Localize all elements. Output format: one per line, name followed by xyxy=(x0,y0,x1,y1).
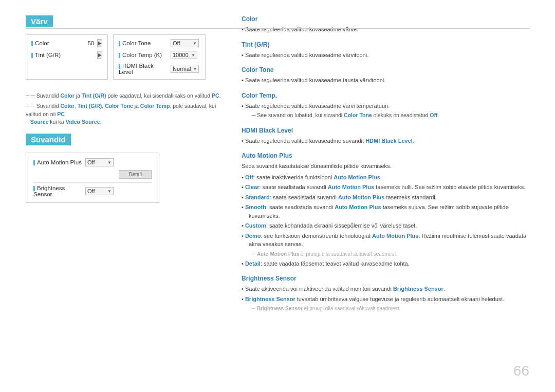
brightness-body: Saate aktiveerida või inaktiveerida vali… xyxy=(242,285,529,312)
brightness-sensor-select[interactable]: Off ▼ xyxy=(85,187,114,195)
content-area: Värv Color 50 ▶ Tint (G/R) ▶ xyxy=(26,15,529,377)
amp-title: Auto Motion Plus xyxy=(242,152,529,159)
color-tone-row: Color Tone Off ▼ xyxy=(119,39,200,47)
brightness-sensor-label: Brightness Sensor xyxy=(33,185,82,197)
color-tone-label: Color Tone xyxy=(119,40,168,46)
color-title: Color xyxy=(242,15,529,23)
hdmi-section: HDMI Black Level Saate reguleerida valit… xyxy=(242,127,529,145)
color-body: Saate reguleerida valitud kuvaseadme vär… xyxy=(242,25,529,34)
color-tone-select[interactable]: Off ▼ xyxy=(171,39,199,47)
hdmi-black-row: HDMI Black Level Normal ▼ xyxy=(119,63,200,75)
suvandid-box: Auto Motion Plus Off ▼ Detail Brightness… xyxy=(26,153,159,203)
color-section: Color Saate reguleerida valitud kuvasead… xyxy=(242,15,529,34)
hdmi-title: HDMI Black Level xyxy=(242,127,529,134)
color-tone-section: Color Tone Saate reguleerida valitud kuv… xyxy=(242,66,529,85)
color-row: Color 50 ▶ xyxy=(31,39,102,47)
color-temp-bullet: Saate reguleerida valitud kuvaseadme vär… xyxy=(242,102,529,110)
hdmi-black-label: HDMI Black Level xyxy=(119,63,168,75)
tint-bullet: Saate reguleerida valitud kuvaseadme vär… xyxy=(242,51,529,60)
hdmi-black-value: Normal xyxy=(173,66,191,72)
amp-select[interactable]: Off ▼ xyxy=(85,158,114,166)
brightness-section: Brightness Sensor Saate aktiveerida või … xyxy=(242,275,529,312)
color-arrow[interactable]: ▶ xyxy=(97,39,102,47)
tint-label: Tint (G/R) xyxy=(31,52,80,58)
detail-row: Detail xyxy=(33,170,152,179)
color-temp-select[interactable]: 10000 ▼ xyxy=(171,51,197,59)
right-panel: Color Saate reguleerida valitud kuvasead… xyxy=(242,15,529,377)
color-temp-caret: ▼ xyxy=(191,53,195,58)
amp-bullet-clear: Clear: saate seadistada suvandi Auto Mot… xyxy=(242,183,529,192)
color-value: 50 xyxy=(83,40,94,46)
brightness-title: Brightness Sensor xyxy=(242,275,529,282)
amp-bullet-custom: Custom: saate kohandada ekraani sissepõl… xyxy=(242,221,529,230)
brightness-bullet-1: Saate aktiveerida või inaktiveerida vali… xyxy=(242,285,529,293)
color-temp-note: See suvand on lubatud, kui suvandi Color… xyxy=(242,111,529,120)
color-temp-body: Saate reguleerida valitud kuvaseadme vär… xyxy=(242,102,529,110)
suvandid-section: Suvandid Auto Motion Plus Off ▼ Detail xyxy=(26,134,221,203)
color-temp-section: Color Temp. Saate reguleerida valitud ku… xyxy=(242,92,529,120)
tint-body: Saate reguleerida valitud kuvaseadme vär… xyxy=(242,51,529,60)
amp-value: Off xyxy=(87,159,95,165)
amp-section: Auto Motion Plus Seda suvandit kasutatak… xyxy=(242,152,529,268)
varv-settings-box: Color 50 ▶ Tint (G/R) ▶ xyxy=(26,34,108,80)
amp-row: Auto Motion Plus Off ▼ xyxy=(33,158,152,166)
amp-intro: Seda suvandit kasutatakse dünaamiliste p… xyxy=(242,162,529,171)
left-panel: Värv Color 50 ▶ Tint (G/R) ▶ xyxy=(26,15,221,377)
amp-body: Seda suvandit kasutatakse dünaamiliste p… xyxy=(242,162,529,268)
color-temp-value: 10000 xyxy=(173,52,189,58)
amp-note: Auto Motion Plus ei pruugi olla saadaval… xyxy=(242,250,529,258)
hdmi-bullet: Saate reguleerida valitud kuvaseadme suv… xyxy=(242,137,529,145)
color-temp-title: Color Temp. xyxy=(242,92,529,99)
varv-note-1: ─ Suvandid Color ja Tint (G/R) pole saad… xyxy=(26,92,221,100)
page-number: 66 xyxy=(513,363,529,379)
color-temp-label: Color Temp (K) xyxy=(119,52,168,58)
page-container: Värv Color 50 ▶ Tint (G/R) ▶ xyxy=(0,0,555,392)
hdmi-black-select[interactable]: Normal ▼ xyxy=(171,65,199,73)
brightness-bullet-2: Brightness Sensor tuvastab ümbritseva va… xyxy=(242,295,529,304)
varv-section: Värv Color 50 ▶ Tint (G/R) ▶ xyxy=(26,15,221,126)
color-tone-caret: ▼ xyxy=(193,41,197,46)
varv-right-settings-box: Color Tone Off ▼ Color Temp (K) 10000 ▼ xyxy=(113,34,206,80)
amp-bullet-detail: Detail: saate vaadata täpsemat teavet va… xyxy=(242,259,529,268)
hdmi-black-caret: ▼ xyxy=(193,67,197,71)
brightness-note: Brightness Sensor ei pruugi olla saadava… xyxy=(242,305,529,312)
top-rule xyxy=(26,28,529,29)
amp-caret: ▼ xyxy=(107,160,112,165)
amp-bullet-off: Off: saate inaktiveerida funktsiooni Aut… xyxy=(242,173,529,182)
detail-button[interactable]: Detail xyxy=(119,170,152,179)
brightness-sensor-caret: ▼ xyxy=(107,189,112,194)
amp-bullet-smooth: Smooth: saate seadistada suvandi Auto Mo… xyxy=(242,203,529,220)
color-bullet: Saate reguleerida valitud kuvaseadme vär… xyxy=(242,25,529,34)
color-label: Color xyxy=(31,40,80,46)
brightness-sensor-value: Off xyxy=(87,188,95,194)
varv-note-2: ─ Suvandid Color, Tint (G/R), Color Tone… xyxy=(26,102,221,126)
amp-label: Auto Motion Plus xyxy=(33,159,82,165)
amp-bullet-demo: Demo: see funktsioon demonstreerib tehno… xyxy=(242,232,529,249)
tint-title: Tint (G/R) xyxy=(242,41,529,48)
tint-arrow[interactable]: ▶ xyxy=(97,51,102,59)
color-tone-title: Color Tone xyxy=(242,66,529,73)
tint-row: Tint (G/R) ▶ xyxy=(31,51,102,59)
color-tone-bullet: Saate reguleerida valitud kuvaseadme tau… xyxy=(242,76,529,85)
varv-heading: Värv xyxy=(26,15,53,27)
color-temp-row: Color Temp (K) 10000 ▼ xyxy=(119,51,200,59)
brightness-sensor-row: Brightness Sensor Off ▼ xyxy=(33,185,152,197)
tint-section: Tint (G/R) Saate reguleerida valitud kuv… xyxy=(242,41,529,60)
hdmi-body: Saate reguleerida valitud kuvaseadme suv… xyxy=(242,137,529,145)
color-tone-value: Off xyxy=(173,40,180,46)
amp-bullet-standard: Standard: saate seadistada suvandi Auto … xyxy=(242,193,529,202)
suvandid-heading: Suvandid xyxy=(26,134,71,145)
color-tone-body: Saate reguleerida valitud kuvaseadme tau… xyxy=(242,76,529,85)
